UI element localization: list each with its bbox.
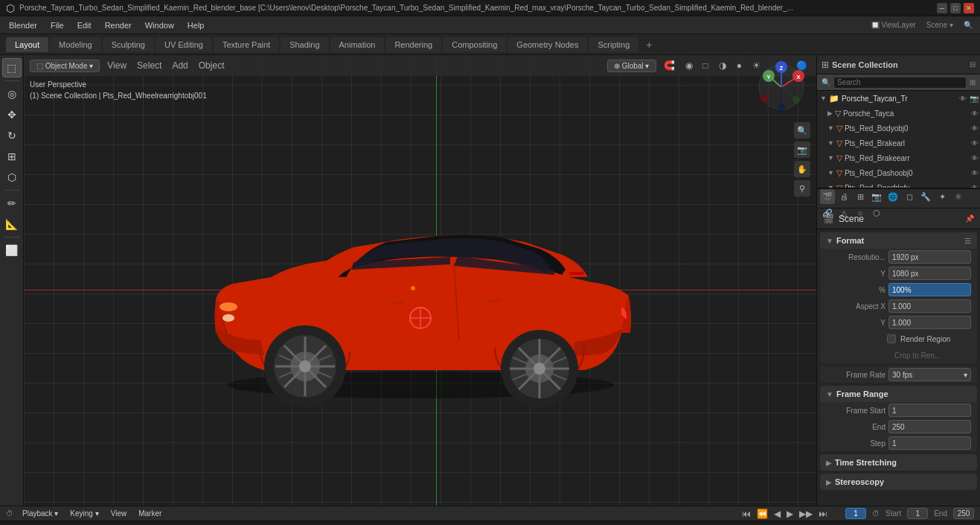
render-region-checkbox[interactable] bbox=[887, 334, 896, 343]
eye-icon[interactable]: 👁 bbox=[971, 169, 979, 177]
tab-texture-paint[interactable]: Texture Paint bbox=[214, 37, 279, 52]
outliner-item-mesh-4[interactable]: ▼ ▽ Pts_Red_Brakeearr 👁 bbox=[817, 150, 980, 165]
add-cube-button[interactable]: ⬜ bbox=[2, 241, 22, 260]
jump-end-button[interactable]: ⏭ bbox=[819, 509, 827, 519]
play-button[interactable]: ▶ bbox=[787, 509, 793, 519]
resolution-y-value[interactable]: 1080 px bbox=[888, 267, 971, 280]
tab-modeling[interactable]: Modeling bbox=[50, 37, 101, 52]
snap-icon[interactable]: 🧲 bbox=[661, 59, 678, 72]
jump-start-button[interactable]: ⏮ bbox=[742, 509, 751, 519]
cursor-tool-button[interactable]: ◎ bbox=[2, 84, 22, 104]
prev-frame-button[interactable]: ◀ bbox=[774, 509, 781, 519]
frame-rate-selector[interactable]: 30 fps ▾ bbox=[888, 368, 971, 381]
current-frame-display[interactable]: 1 bbox=[845, 508, 866, 519]
scale-tool-button[interactable]: ⊞ bbox=[2, 147, 22, 166]
tab-rendering[interactable]: Rendering bbox=[385, 37, 441, 52]
rotate-tool-button[interactable]: ↻ bbox=[2, 126, 22, 145]
annotate-tool-button[interactable]: ✏ bbox=[2, 194, 22, 213]
tab-layout[interactable]: Layout bbox=[6, 37, 48, 52]
outliner-item-mesh-6[interactable]: ▼ ▽ Pts_Red_Doorfrlefu 👁 bbox=[817, 180, 980, 189]
time-stretching-header[interactable]: ▶ Time Stretching bbox=[820, 454, 977, 471]
resolution-pct-value[interactable]: 100% bbox=[888, 283, 971, 296]
object-properties-tab[interactable]: ◻ bbox=[902, 189, 917, 204]
move-tool-button[interactable]: ✥ bbox=[2, 105, 22, 124]
eye-icon[interactable]: 👁 bbox=[971, 154, 979, 162]
tab-sculpting[interactable]: Sculpting bbox=[103, 37, 154, 52]
add-workspace-button[interactable]: + bbox=[640, 36, 658, 54]
modifier-tab[interactable]: 🔧 bbox=[918, 189, 933, 204]
view-layer-tab[interactable]: ⊞ bbox=[853, 189, 868, 204]
outliner-item-mesh-3[interactable]: ▼ ▽ Pts_Red_Brakearl 👁 bbox=[817, 136, 980, 150]
menu-help[interactable]: Help bbox=[182, 19, 211, 31]
outliner-item-mesh-5[interactable]: ▼ ▽ Pts_Red_Dashoobj0 👁 bbox=[817, 165, 980, 180]
menu-blender[interactable]: Blender bbox=[3, 19, 43, 31]
shading-material[interactable]: ● bbox=[734, 59, 745, 72]
outliner-filter-icon[interactable]: ⊟ bbox=[970, 60, 976, 69]
eye-icon[interactable]: 👁 bbox=[971, 124, 979, 133]
next-frame-button[interactable]: ▶▶ bbox=[799, 509, 813, 519]
add-menu[interactable]: Add bbox=[169, 59, 190, 72]
shading-wireframe[interactable]: □ bbox=[700, 59, 711, 72]
tab-scripting[interactable]: Scripting bbox=[589, 37, 638, 52]
tab-compositing[interactable]: Compositing bbox=[443, 37, 506, 52]
render-properties-tab[interactable]: 🎬 bbox=[820, 189, 835, 204]
frame-step-value[interactable]: 1 bbox=[888, 436, 971, 450]
tab-uv-editing[interactable]: UV Editing bbox=[156, 37, 212, 52]
eye-icon[interactable]: 👁 bbox=[971, 139, 979, 147]
camera-view-icon[interactable]: 📷 bbox=[794, 141, 810, 158]
format-menu-icon[interactable]: ☰ bbox=[964, 237, 971, 245]
prev-keyframe-button[interactable]: ⏪ bbox=[757, 509, 768, 519]
zoom-in-icon[interactable]: 🔍 bbox=[794, 122, 810, 139]
menu-render[interactable]: Render bbox=[99, 19, 138, 31]
stereoscopy-header[interactable]: ▶ Stereoscopy bbox=[820, 474, 977, 490]
minimize-button[interactable]: ─ bbox=[937, 3, 947, 13]
eye-icon[interactable]: 👁 bbox=[971, 184, 979, 190]
outliner-item-mesh-2[interactable]: ▼ ▽ Pts_Red_Bodyobj0 👁 bbox=[817, 121, 980, 136]
shader-nodes-tab[interactable]: ⬡ bbox=[869, 206, 884, 220]
transform-selector[interactable]: ⊕ Global ▾ bbox=[607, 60, 656, 72]
playback-menu[interactable]: Playback ▾ bbox=[19, 509, 61, 518]
hand-tool-icon[interactable]: ✋ bbox=[794, 161, 810, 177]
output-properties-tab[interactable]: 🖨 bbox=[836, 189, 851, 204]
keying-menu[interactable]: Keying ▾ bbox=[67, 509, 101, 518]
scene-properties-tab[interactable]: 📷 bbox=[869, 189, 884, 204]
particles-tab[interactable]: ✦ bbox=[935, 189, 949, 204]
navigation-gizmo[interactable]: X Y Z bbox=[755, 61, 807, 113]
outliner-item-mesh-1[interactable]: ▶ ▽ Porsche_Tayca 👁 bbox=[817, 106, 980, 121]
menu-edit[interactable]: Edit bbox=[71, 19, 97, 31]
object-menu[interactable]: Object bbox=[196, 59, 228, 72]
tab-animation[interactable]: Animation bbox=[330, 37, 385, 52]
menu-file[interactable]: File bbox=[45, 19, 70, 31]
frame-end-value[interactable]: 250 bbox=[888, 420, 971, 433]
camera-icon[interactable]: 📷 bbox=[970, 95, 979, 103]
format-section-header[interactable]: ▼ Format ☰ bbox=[820, 232, 977, 249]
close-button[interactable]: ✕ bbox=[964, 3, 974, 13]
zoom-out-icon[interactable]: ⚲ bbox=[794, 180, 810, 197]
menu-window[interactable]: Window bbox=[139, 19, 180, 31]
scene-selector[interactable]: Scene ▾ bbox=[922, 21, 958, 29]
outliner-item-collection[interactable]: ▼ 📁 Porsche_Taycan_Tr 👁 📷 bbox=[817, 91, 980, 106]
physics-tab[interactable]: ⚛ bbox=[951, 189, 966, 204]
visibility-icon[interactable]: 👁 bbox=[959, 95, 967, 103]
shading-solid[interactable]: ◑ bbox=[716, 59, 729, 72]
eye-icon[interactable]: 👁 bbox=[971, 109, 979, 118]
timeline-scrubber[interactable]: -30 -10 0 10 30 60 90 120 150 180 220 24… bbox=[0, 521, 980, 525]
tab-geometry-nodes[interactable]: Geometry Nodes bbox=[507, 37, 587, 52]
search-global[interactable]: 🔍 bbox=[959, 21, 977, 29]
maximize-button[interactable]: □ bbox=[950, 3, 961, 13]
proportional-edit-icon[interactable]: ◉ bbox=[682, 59, 696, 72]
marker-menu[interactable]: Marker bbox=[135, 509, 164, 518]
view-menu-tl[interactable]: View bbox=[108, 509, 130, 518]
frame-range-header[interactable]: ▼ Frame Range bbox=[820, 386, 977, 402]
aspect-x-value[interactable]: 1.000 bbox=[888, 299, 971, 313]
viewport-mode-selector[interactable]: ⬚ Object Mode ▾ bbox=[30, 60, 100, 72]
tab-shading[interactable]: Shading bbox=[281, 37, 328, 52]
world-properties-tab[interactable]: 🌐 bbox=[885, 189, 900, 204]
select-menu[interactable]: Select bbox=[134, 59, 164, 72]
frame-start-value[interactable]: 1 bbox=[888, 404, 971, 417]
pin-icon[interactable]: 📌 bbox=[965, 214, 974, 223]
transform-tool-button[interactable]: ⬡ bbox=[2, 168, 22, 187]
end-frame-display[interactable]: 250 bbox=[953, 508, 974, 519]
outliner-search-input[interactable] bbox=[833, 77, 967, 89]
resolution-x-value[interactable]: 1920 px bbox=[888, 250, 971, 264]
